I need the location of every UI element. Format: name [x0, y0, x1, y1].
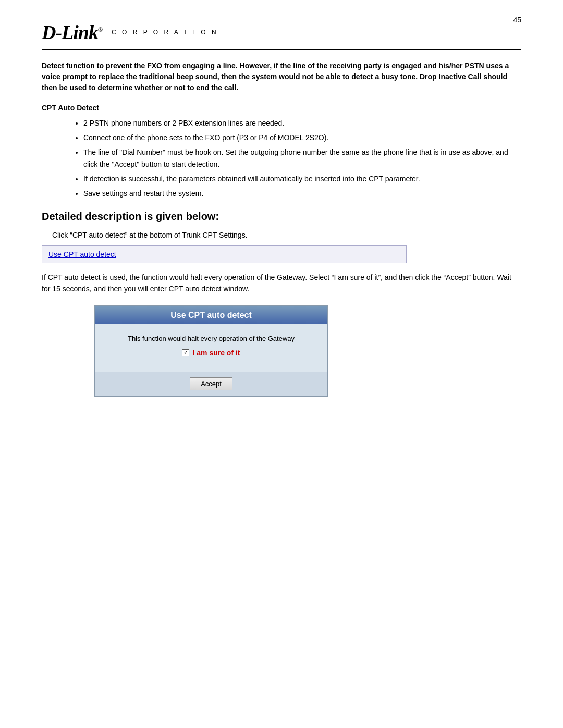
dialog-footer: Accept — [95, 372, 327, 396]
accept-button[interactable]: Accept — [190, 377, 232, 390]
checkbox-row: ✓ I am sure of it — [105, 349, 317, 357]
dialog-body-text: This function would halt every operation… — [105, 335, 317, 342]
corporation-text: C O R P O R A T I O N — [112, 29, 218, 36]
detail-heading: Detailed description is given below: — [42, 211, 521, 223]
list-item: The line of "Dial Number" must be hook o… — [83, 146, 521, 171]
dlink-logo: D-Link® — [42, 21, 102, 44]
list-item: Save settings and restart the system. — [83, 188, 521, 200]
list-item: 2 PSTN phone numbers or 2 PBX extension … — [83, 117, 521, 130]
click-instruction: Click “CPT auto detect” at the bottom of… — [52, 231, 521, 239]
cpt-link-box: Use CPT auto detect — [42, 245, 407, 263]
cpt-bullet-list: 2 PSTN phone numbers or 2 PBX extension … — [83, 117, 521, 200]
cpt-auto-detect-dialog: Use CPT auto detect This function would … — [94, 305, 328, 397]
list-item: If detection is successful, the paramete… — [83, 173, 521, 186]
checkbox-label: I am sure of it — [192, 349, 240, 357]
cpt-auto-detect-label: CPT Auto Detect — [42, 104, 521, 112]
i-am-sure-checkbox[interactable]: ✓ — [182, 349, 189, 356]
page-number: 45 — [513, 16, 521, 24]
header: D-Link® C O R P O R A T I O N — [42, 21, 521, 50]
dialog-body: This function would halt every operation… — [95, 324, 327, 372]
dialog-title-bar: Use CPT auto detect — [95, 306, 327, 324]
cpt-auto-detect-link[interactable]: Use CPT auto detect — [48, 250, 116, 258]
description-paragraph: If CPT auto detect is used, the function… — [42, 272, 521, 295]
intro-paragraph: Detect function to prevent the FXO from … — [42, 60, 521, 93]
list-item: Connect one of the phone sets to the FXO… — [83, 132, 521, 144]
